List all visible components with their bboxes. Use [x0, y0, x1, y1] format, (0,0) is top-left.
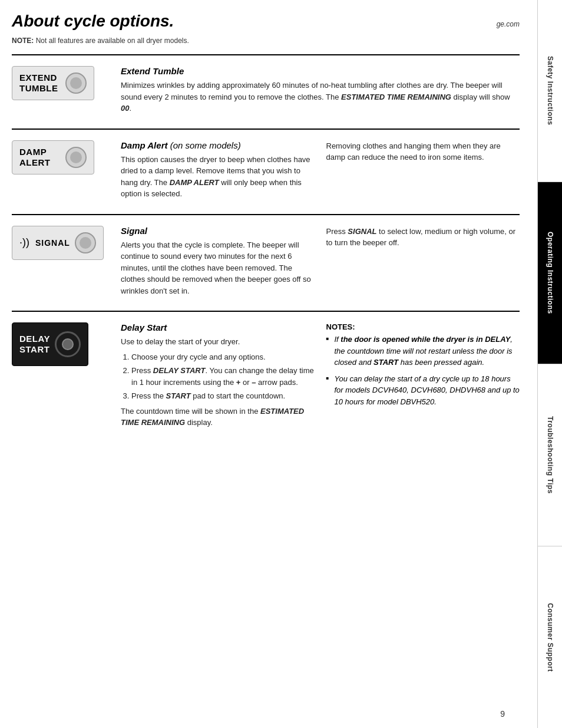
delay-start-col-right: NOTES: If the door is opened while the d…	[326, 322, 520, 432]
damp-alert-body-left: This option causes the dryer to beep whe…	[121, 154, 315, 200]
delay-start-button[interactable]	[55, 331, 81, 357]
delay-start-step-1: Choose your dry cycle and any options.	[131, 351, 315, 363]
signal-body-left: Alerts you that the cycle is complete. T…	[121, 239, 315, 297]
page-note: NOTE: Not all features are available on …	[12, 37, 520, 45]
damp-alert-icon-area: Damp Alert	[12, 140, 121, 174]
delay-start-steps: Choose your dry cycle and any options. P…	[121, 351, 315, 402]
delay-start-notes-label: NOTES:	[326, 322, 520, 331]
signal-col-right: Press SIGNAL to select low, medium or hi…	[326, 226, 520, 301]
delay-start-col-left: Delay Start Use to delay the start of yo…	[121, 322, 315, 432]
damp-alert-button[interactable]	[65, 147, 87, 168]
delay-start-step-3: Press the START pad to start the countdo…	[131, 390, 315, 402]
tab-consumer-support[interactable]: Consumer Support	[538, 546, 562, 728]
page-title: About cycle options.	[12, 12, 174, 31]
delay-start-icon-box: Delay Start	[12, 322, 88, 366]
signal-icon-box: ·))SIGNAL	[12, 226, 104, 260]
delay-start-body: Use to delay the start of your dryer. Ch…	[121, 336, 315, 429]
damp-alert-icon-box: Damp Alert	[12, 140, 94, 174]
extend-tumble-icon-box: Extend Tumble	[12, 66, 94, 100]
damp-alert-body-right: Removing clothes and hanging them when t…	[326, 140, 520, 163]
section-extend-tumble: Extend Tumble Extend Tumble Minimizes wr…	[12, 54, 520, 129]
delay-start-note-2: You can delay the start of a dry cycle u…	[326, 373, 520, 408]
delay-start-step-2: Press DELAY START. You can change the de…	[131, 365, 315, 388]
delay-start-note-1: If the door is opened while the dryer is…	[326, 334, 520, 368]
main-content: About cycle options. ge.com NOTE: Not al…	[0, 0, 537, 728]
tab-operating-instructions[interactable]: Operating Instructions	[538, 182, 562, 364]
signal-label-wrap: ·))SIGNAL	[19, 236, 70, 249]
signal-content: Signal Alerts you that the cycle is comp…	[121, 226, 520, 301]
signal-body-right: Press SIGNAL to select low, medium or hi…	[326, 226, 520, 249]
signal-button[interactable]	[75, 232, 96, 253]
extend-tumble-content: Extend Tumble Minimizes wrinkles by addi…	[121, 66, 520, 118]
extend-tumble-button[interactable]	[65, 73, 87, 94]
signal-icon-area: ·))SIGNAL	[12, 226, 121, 260]
damp-alert-col-right: Removing clothes and hanging them when t…	[326, 140, 520, 203]
section-delay-start: Delay Start Delay Start Use to delay the…	[12, 311, 520, 443]
extend-tumble-label: Extend Tumble	[19, 73, 58, 94]
note-label: NOTE:	[12, 37, 34, 45]
page-number: 9	[500, 709, 505, 719]
delay-start-label: Delay Start	[19, 334, 50, 355]
extend-tumble-icon-area: Extend Tumble	[12, 66, 121, 100]
damp-alert-content: Damp Alert (on some models) This option …	[121, 140, 520, 203]
section-signal: ·))SIGNAL Signal Alerts you that the cyc…	[12, 214, 520, 311]
extend-tumble-title: Extend Tumble	[121, 66, 514, 76]
tab-safety-instructions[interactable]: Safety Instructions	[538, 0, 562, 182]
ge-url: ge.com	[497, 20, 520, 28]
delay-start-button-inner	[62, 338, 74, 350]
section-damp-alert: Damp Alert Damp Alert (on some models) T…	[12, 129, 520, 214]
damp-alert-col-left: Damp Alert (on some models) This option …	[121, 140, 315, 203]
tab-troubleshooting-tips[interactable]: Troubleshooting Tips	[538, 364, 562, 546]
signal-title: Signal	[121, 226, 315, 236]
signal-button-inner	[80, 237, 91, 249]
signal-col-left: Signal Alerts you that the cycle is comp…	[121, 226, 315, 301]
delay-start-title: Delay Start	[121, 322, 315, 332]
delay-start-content: Delay Start Use to delay the start of yo…	[121, 322, 520, 432]
damp-alert-title: Damp Alert (on some models)	[121, 140, 315, 150]
extend-tumble-body: Minimizes wrinkles by adding approximate…	[121, 80, 514, 114]
delay-start-icon-area: Delay Start	[12, 322, 121, 366]
delay-start-intro: Use to delay the start of your dryer.	[121, 336, 315, 348]
damp-alert-label: Damp Alert	[19, 147, 51, 168]
delay-start-footer: The countdown time will be shown in the …	[121, 406, 315, 429]
damp-alert-button-inner	[70, 151, 82, 163]
extend-tumble-button-inner	[70, 77, 82, 89]
side-tabs: Safety Instructions Operating Instructio…	[537, 0, 562, 728]
